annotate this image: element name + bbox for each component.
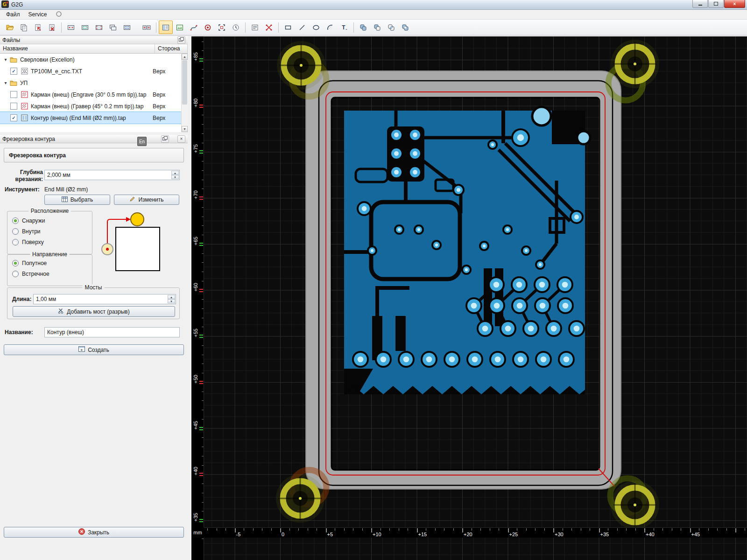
draw-line-button[interactable] <box>295 21 309 34</box>
location-group-title: Расположение <box>28 208 71 214</box>
ruler-minor-tick <box>202 189 204 189</box>
menu-settings[interactable] <box>51 10 66 20</box>
vertical-splitter[interactable] <box>188 35 191 560</box>
file-checkbox[interactable]: ✓ <box>10 68 17 75</box>
svg-text:T: T <box>342 24 345 31</box>
change-tool-button[interactable]: Изменить <box>114 195 179 205</box>
ruler-minor-tick <box>681 528 681 531</box>
import-button[interactable] <box>31 21 45 34</box>
menu-file[interactable]: Файл <box>2 10 24 19</box>
spin-up-icon[interactable]: ▲ <box>168 295 175 299</box>
ruler-minor-tick <box>626 528 627 531</box>
fiducial <box>611 40 659 88</box>
close-button[interactable]: × <box>724 0 745 8</box>
location-option-1[interactable]: Внутри <box>7 226 92 237</box>
h-ruler-label: -5 <box>236 532 241 537</box>
expander-icon[interactable]: ▾ <box>2 57 9 62</box>
drill-marks-button[interactable] <box>201 21 215 34</box>
length-spinbox[interactable]: 1,00 мм ▲▼ <box>33 294 176 304</box>
board-array-button[interactable] <box>120 21 134 34</box>
language-badge[interactable]: En <box>137 137 147 146</box>
expander-icon[interactable]: ▾ <box>2 80 9 85</box>
open-button[interactable] <box>3 21 17 34</box>
poly-intersect-button[interactable] <box>384 21 398 34</box>
draw-ellipse-button[interactable] <box>309 21 323 34</box>
v-ruler-label: +35 <box>193 513 198 522</box>
radio-icon <box>12 260 19 266</box>
preview-view-button[interactable] <box>173 21 187 34</box>
ruler-minor-tick <box>202 272 204 272</box>
ruler-minor-tick <box>202 308 204 309</box>
location-option-0[interactable]: Снаружи <box>7 215 92 226</box>
file-checkbox[interactable] <box>10 91 17 98</box>
save-copy-button[interactable] <box>17 21 31 34</box>
direction-option-1[interactable]: Встречное <box>7 268 92 279</box>
spin-down-icon[interactable]: ▼ <box>171 175 179 179</box>
tree-file-row[interactable]: ✓TP100M_e_cnc.TXTВерх <box>0 65 182 77</box>
ruler-minor-tick <box>444 528 444 531</box>
board-copy-button[interactable] <box>106 21 120 34</box>
remove-button[interactable] <box>45 21 59 34</box>
board-new-button[interactable] <box>64 21 78 34</box>
window-title: G2G <box>11 1 23 8</box>
poly-subtract-button[interactable] <box>370 21 384 34</box>
direction-option-0[interactable]: Попутное <box>7 258 92 268</box>
pencil-icon <box>129 196 135 203</box>
file-label: Карман (внеш) (Гравер (45° 0.2 mm tip)).… <box>31 103 150 110</box>
panelize-button[interactable] <box>140 21 154 34</box>
tree-scrollbar[interactable]: ▲ ▼ <box>181 54 188 132</box>
spin-up-icon[interactable]: ▲ <box>171 171 179 175</box>
simulation-button[interactable] <box>229 21 243 34</box>
column-name[interactable]: Название <box>0 44 155 53</box>
scroll-up-icon[interactable]: ▲ <box>182 54 188 60</box>
file-checkbox[interactable]: ✓ <box>10 114 17 121</box>
poly-exclude-button[interactable] <box>398 21 412 34</box>
maximize-button[interactable] <box>708 0 724 8</box>
ruler-minor-tick <box>202 364 204 364</box>
ruler-minor-tick <box>490 528 490 531</box>
ruler-minor-tick <box>202 299 204 300</box>
menu-service[interactable]: Service <box>24 10 51 19</box>
minimize-button[interactable] <box>692 0 708 8</box>
undock-icon[interactable] <box>177 36 185 44</box>
board-marks-button[interactable] <box>92 21 106 34</box>
location-option-2[interactable]: Поверху <box>7 237 92 247</box>
ruler-minor-tick <box>202 115 204 115</box>
junctions-button[interactable] <box>262 21 276 34</box>
scissors-icon <box>58 308 64 315</box>
undock-icon[interactable] <box>161 135 169 143</box>
dialog-close-icon[interactable]: × <box>177 135 185 143</box>
tree-file-row[interactable]: ✓Контур (внеш) (End Mill (Ø2 mm)).tapВер… <box>0 112 182 124</box>
toolbar-separator <box>156 22 156 33</box>
draw-arc-button[interactable] <box>323 21 337 34</box>
file-checkbox[interactable] <box>10 103 17 110</box>
tree-folder-row[interactable]: ▾Сверловки (Excellon) <box>0 54 182 65</box>
ruler-minor-tick <box>202 170 204 171</box>
tree-file-row[interactable]: Карман (внеш) (Гравер (45° 0.2 mm tip)).… <box>0 100 182 112</box>
scroll-thumb[interactable] <box>182 60 187 105</box>
toolpath-edit-button[interactable] <box>187 21 201 34</box>
spin-down-icon[interactable]: ▼ <box>168 299 175 303</box>
fit-view-button[interactable] <box>215 21 229 34</box>
ruler-minor-tick <box>745 528 745 531</box>
board-select-button[interactable] <box>78 21 92 34</box>
add-bridge-button[interactable]: Добавить мост (разрыв) <box>13 306 175 317</box>
depth-spinbox[interactable]: 2,000 мм ▲▼ <box>44 170 180 180</box>
poly-union-button[interactable] <box>356 21 370 34</box>
properties-button[interactable] <box>248 21 262 34</box>
column-side[interactable]: Сторона <box>155 44 188 53</box>
name-input[interactable]: Контур (внеш) <box>44 327 180 337</box>
draw-text-button[interactable]: T <box>337 21 351 34</box>
app-icon: G <box>1 0 9 9</box>
workspace-canvas[interactable]: +85+80+75+70+65+60+55+50+45+40+35 -50+5+… <box>191 36 747 560</box>
draw-rect-button[interactable] <box>281 21 295 34</box>
scroll-down-icon[interactable]: ▼ <box>182 126 188 132</box>
close-panel-button[interactable]: Закрыть <box>4 527 184 538</box>
ruler-minor-tick <box>381 528 381 531</box>
create-button[interactable]: Создать <box>4 344 184 355</box>
files-view-button[interactable] <box>159 21 173 34</box>
tree-file-row[interactable]: Карман (внеш) (Engrave (30° 0.5 mm tip))… <box>0 89 182 100</box>
ruler-major-tick <box>235 528 236 532</box>
tree-folder-row[interactable]: ▾УП <box>0 77 182 89</box>
select-tool-button[interactable]: Выбрать <box>44 195 110 205</box>
